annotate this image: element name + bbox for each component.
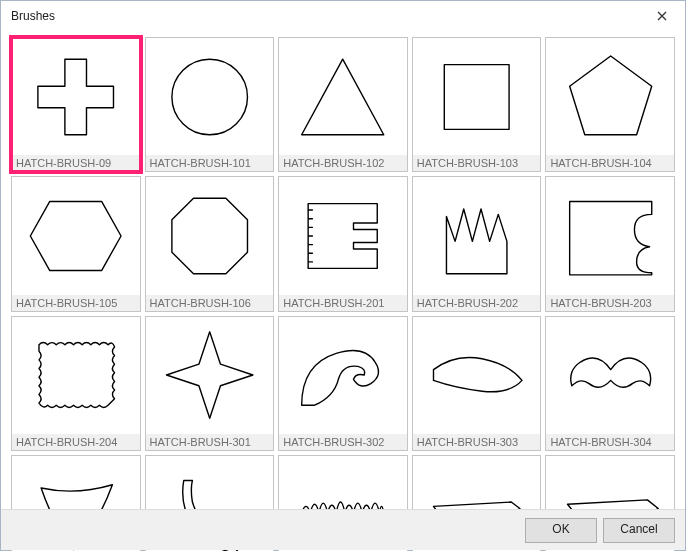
triangle-icon bbox=[284, 43, 401, 151]
brush-label: HATCH-BRUSH-101 bbox=[146, 155, 274, 171]
brush-label: HATCH-BRUSH-302 bbox=[279, 434, 407, 450]
brush-label: HATCH-BRUSH-202 bbox=[413, 295, 541, 311]
pentagon-icon bbox=[552, 43, 669, 151]
brush-item[interactable]: HATCH-BRUSH-202 bbox=[412, 176, 542, 311]
brushes-dialog: Brushes HATCH-BRUSH-09HATCH-BRUSH-101HAT… bbox=[0, 0, 686, 551]
brush-item[interactable]: HATCH-BRUSH-106 bbox=[145, 176, 275, 311]
brush-label: HATCH-BRUSH-104 bbox=[546, 155, 674, 171]
brush-label: HATCH-BRUSH-102 bbox=[279, 155, 407, 171]
brush-thumb bbox=[146, 177, 274, 294]
ticket-icon bbox=[284, 182, 401, 290]
brush-label: HATCH-BRUSH-301 bbox=[146, 434, 274, 450]
brush-label: HATCH-BRUSH-106 bbox=[146, 295, 274, 311]
star4-icon bbox=[151, 321, 268, 429]
smear-icon bbox=[418, 321, 535, 429]
brush-label: HATCH-BRUSH-09 bbox=[12, 155, 140, 171]
stamp-icon bbox=[17, 321, 134, 429]
brush-thumb bbox=[146, 38, 274, 155]
brush-label: HATCH-BRUSH-103 bbox=[413, 155, 541, 171]
close-button[interactable] bbox=[639, 1, 685, 31]
bite-icon bbox=[552, 182, 669, 290]
brush-item[interactable]: HATCH-BRUSH-201 bbox=[278, 176, 408, 311]
brush-label: HATCH-BRUSH-201 bbox=[279, 295, 407, 311]
brush-label: HATCH-BRUSH-105 bbox=[12, 295, 140, 311]
brush-thumb bbox=[413, 317, 541, 434]
brush-label: HATCH-BRUSH-304 bbox=[546, 434, 674, 450]
cancel-button[interactable]: Cancel bbox=[603, 518, 675, 543]
brush-item[interactable]: HATCH-BRUSH-203 bbox=[545, 176, 675, 311]
moustache-icon bbox=[552, 321, 669, 429]
brush-thumb bbox=[12, 38, 140, 155]
brush-thumb bbox=[279, 317, 407, 434]
brush-item[interactable]: HATCH-BRUSH-101 bbox=[145, 37, 275, 172]
brush-label: HATCH-BRUSH-203 bbox=[546, 295, 674, 311]
brush-thumb bbox=[146, 317, 274, 434]
svg-point-0 bbox=[172, 59, 248, 135]
brush-thumb bbox=[12, 317, 140, 434]
brush-thumb bbox=[546, 38, 674, 155]
brush-grid: HATCH-BRUSH-09HATCH-BRUSH-101HATCH-BRUSH… bbox=[11, 37, 675, 506]
brush-item[interactable]: HATCH-BRUSH-102 bbox=[278, 37, 408, 172]
titlebar: Brushes bbox=[1, 1, 685, 31]
svg-rect-1 bbox=[444, 64, 509, 129]
brush-label: HATCH-BRUSH-204 bbox=[12, 434, 140, 450]
brush-item[interactable]: HATCH-BRUSH-09 bbox=[11, 37, 141, 172]
window-title: Brushes bbox=[11, 9, 55, 23]
brush-thumb bbox=[413, 177, 541, 294]
grass-icon bbox=[418, 182, 535, 290]
close-icon bbox=[657, 11, 667, 21]
brush-item[interactable]: HATCH-BRUSH-104 bbox=[545, 37, 675, 172]
brush-item[interactable]: HATCH-BRUSH-303 bbox=[412, 316, 542, 451]
brush-thumb bbox=[546, 177, 674, 294]
plus-icon bbox=[17, 43, 134, 151]
brush-thumb bbox=[279, 38, 407, 155]
hexagon-icon bbox=[17, 182, 134, 290]
brush-item[interactable]: HATCH-BRUSH-103 bbox=[412, 37, 542, 172]
brush-item[interactable]: HATCH-BRUSH-105 bbox=[11, 176, 141, 311]
ok-button[interactable]: OK bbox=[525, 518, 597, 543]
brush-thumb bbox=[279, 177, 407, 294]
dialog-footer: OK Cancel bbox=[1, 509, 685, 550]
brush-thumb bbox=[12, 177, 140, 294]
brush-item[interactable]: HATCH-BRUSH-302 bbox=[278, 316, 408, 451]
brush-item[interactable]: HATCH-BRUSH-301 bbox=[145, 316, 275, 451]
brush-label: HATCH-BRUSH-303 bbox=[413, 434, 541, 450]
brush-item[interactable]: HATCH-BRUSH-304 bbox=[545, 316, 675, 451]
octagon-icon bbox=[151, 182, 268, 290]
circle-icon bbox=[151, 43, 268, 151]
brush-thumb bbox=[546, 317, 674, 434]
swirl-icon bbox=[284, 321, 401, 429]
brush-thumb bbox=[413, 38, 541, 155]
square-icon bbox=[418, 43, 535, 151]
brush-item[interactable]: HATCH-BRUSH-204 bbox=[11, 316, 141, 451]
